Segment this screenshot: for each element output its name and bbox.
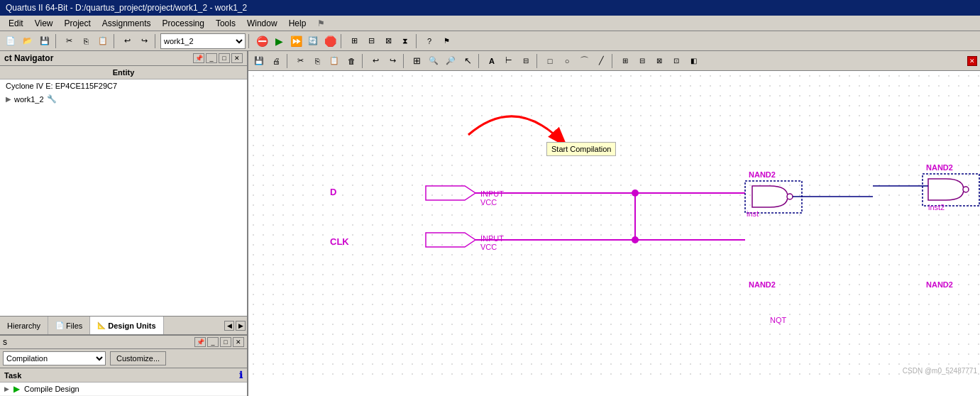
canvas-cut-btn[interactable]: ✂: [292, 53, 308, 69]
tab-design-units-label: Design Units: [108, 321, 155, 330]
canvas-tool4[interactable]: ⊡: [668, 53, 684, 69]
task-header-label: Task: [4, 371, 21, 380]
bp-pin-btn[interactable]: 📌: [194, 337, 206, 347]
menu-help[interactable]: Help: [283, 17, 312, 30]
cut-btn[interactable]: ✂: [61, 33, 77, 49]
tab-files[interactable]: 📄 Files: [48, 317, 90, 334]
compilation-dropdown[interactable]: Compilation: [3, 351, 106, 365]
canvas-circle-btn[interactable]: ○: [559, 53, 575, 69]
new-btn[interactable]: 📄: [3, 33, 18, 49]
inst2-label: inst2: [928, 203, 945, 211]
task-item-label: Compile Design: [24, 385, 79, 393]
canvas-sep4: [478, 54, 481, 68]
canvas-redo-btn[interactable]: ↪: [385, 53, 400, 69]
menu-project[interactable]: Project: [58, 17, 96, 30]
canvas-tool5[interactable]: ◧: [686, 53, 701, 69]
nqt-label: NQT: [770, 316, 787, 324]
compile-stop-btn[interactable]: ⛔: [254, 33, 270, 49]
menu-view[interactable]: View: [29, 17, 59, 30]
canvas-tool1[interactable]: ⊞: [617, 53, 633, 69]
canvas-delete-btn[interactable]: 🗑: [343, 53, 359, 69]
project-dropdown[interactable]: work1_2: [160, 33, 246, 49]
canvas-print-btn[interactable]: 🖨: [268, 53, 284, 69]
d-vcc-text: VCC: [480, 198, 497, 207]
work-item[interactable]: ▶ work1_2 🔧: [0, 92, 247, 106]
menu-processing[interactable]: Processing: [157, 17, 210, 30]
nav-pin-btn[interactable]: 📌: [193, 53, 204, 63]
canvas-zoom-fit[interactable]: ⊞: [409, 53, 424, 69]
menu-assignments[interactable]: Assignments: [97, 17, 157, 30]
canvas-content[interactable]: Start Compilation D CLK INPUT VCC INPUT: [248, 71, 980, 376]
canvas-sep5: [536, 54, 539, 68]
nav-min-btn[interactable]: _: [206, 53, 217, 63]
timing-btn[interactable]: ⧗: [397, 33, 413, 49]
rtl-btn[interactable]: ⊞: [346, 33, 362, 49]
canvas-save-btn[interactable]: 💾: [251, 53, 267, 69]
canvas-shape-btn[interactable]: ╱: [593, 53, 609, 69]
info-btn[interactable]: ⚑: [439, 33, 454, 49]
files-icon: 📄: [55, 321, 64, 329]
bottom-panel: s 📌 _ □ ✕ Compilation Customize... Task …: [0, 334, 247, 396]
compile-fast-btn[interactable]: ⏩: [288, 33, 304, 49]
canvas-arc-btn[interactable]: ⌒: [576, 53, 592, 69]
title-bar: Quartus II 64-Bit - D:/quartus_project/p…: [0, 0, 980, 16]
task-compile-design[interactable]: ▶ ▶ Compile Design: [0, 383, 247, 396]
menu-window[interactable]: Window: [241, 17, 283, 30]
nav-prev-btn[interactable]: ◀: [224, 321, 234, 331]
compile-recompile-btn[interactable]: 🔄: [305, 33, 321, 49]
canvas-bus-btn[interactable]: ⊟: [518, 53, 534, 69]
canvas-zoom-in[interactable]: 🔍: [426, 53, 441, 69]
netlist-btn[interactable]: ⊟: [363, 33, 379, 49]
nav-next-btn[interactable]: ▶: [236, 321, 246, 331]
compile-start-btn[interactable]: ▶: [271, 33, 287, 49]
task-controls: Compilation Customize...: [0, 349, 247, 368]
canvas-tool3[interactable]: ⊠: [651, 53, 667, 69]
nav-close-btn[interactable]: ✕: [231, 53, 243, 63]
canvas-tool2[interactable]: ⊟: [634, 53, 650, 69]
canvas-rect-btn[interactable]: □: [542, 53, 558, 69]
task-info-icon: ℹ: [239, 370, 243, 380]
canvas-line-btn[interactable]: ⊢: [501, 53, 517, 69]
save-btn[interactable]: 💾: [37, 33, 53, 49]
menu-tools[interactable]: Tools: [210, 17, 241, 30]
floorplan-btn[interactable]: ⊠: [380, 33, 396, 49]
bp-max-btn[interactable]: □: [220, 337, 231, 347]
redo-btn[interactable]: ↪: [136, 33, 152, 49]
navigator-title: ct Navigator: [4, 53, 53, 63]
canvas-paste-btn[interactable]: 📋: [326, 53, 342, 69]
nand2-label-1: NAND2: [749, 170, 776, 179]
nav-max-btn[interactable]: □: [219, 53, 230, 63]
undo-btn[interactable]: ↩: [119, 33, 135, 49]
main-layout: ct Navigator 📌 _ □ ✕ Entity Cyclone IV E…: [0, 51, 980, 396]
menu-edit[interactable]: Edit: [3, 17, 29, 30]
inst-label: inst: [747, 209, 759, 218]
canvas-copy-btn[interactable]: ⎘: [309, 53, 325, 69]
tab-files-label: Files: [66, 321, 82, 330]
paste-btn[interactable]: 📋: [95, 33, 111, 49]
canvas-zoom-out[interactable]: 🔎: [443, 53, 458, 69]
open-btn[interactable]: 📂: [20, 33, 35, 49]
sep6: [416, 34, 419, 48]
task-header: Task ℹ: [0, 368, 247, 383]
task-item-arrow: ▶: [4, 385, 9, 392]
nand2-label-3: NAND2: [749, 280, 776, 289]
clk-input-port: [426, 233, 475, 247]
bp-min-btn[interactable]: _: [207, 337, 219, 347]
compile-stop2-btn[interactable]: 🛑: [322, 33, 338, 49]
tab-design-units[interactable]: 📐 Design Units: [90, 317, 163, 334]
canvas-text-btn[interactable]: A: [484, 53, 500, 69]
canvas-undo-btn[interactable]: ↩: [368, 53, 383, 69]
bp-close-btn[interactable]: ✕: [233, 337, 244, 347]
tab-hierarchy-label: Hierarchy: [7, 321, 40, 330]
task-run-icon: ▶: [13, 384, 20, 394]
customize-button[interactable]: Customize...: [110, 351, 166, 365]
canvas-close-btn[interactable]: ✕: [967, 56, 977, 66]
bottom-panel-title: s: [3, 337, 7, 347]
left-panel: ct Navigator 📌 _ □ ✕ Entity Cyclone IV E…: [0, 51, 248, 396]
help-btn[interactable]: ?: [422, 33, 437, 49]
canvas-sep6: [612, 54, 615, 68]
copy-btn[interactable]: ⎘: [78, 33, 94, 49]
canvas-select[interactable]: ↖: [460, 53, 475, 69]
tab-hierarchy[interactable]: Hierarchy: [0, 317, 48, 334]
sep2: [114, 34, 116, 48]
